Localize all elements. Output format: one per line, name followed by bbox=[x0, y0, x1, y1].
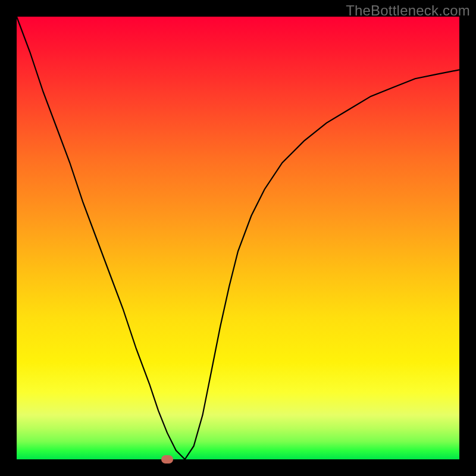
curve-path bbox=[17, 17, 459, 459]
chart-frame: TheBottleneck.com bbox=[0, 0, 476, 476]
plot-area bbox=[17, 17, 459, 459]
bottleneck-curve bbox=[17, 17, 459, 459]
optimal-point-marker bbox=[161, 455, 173, 464]
